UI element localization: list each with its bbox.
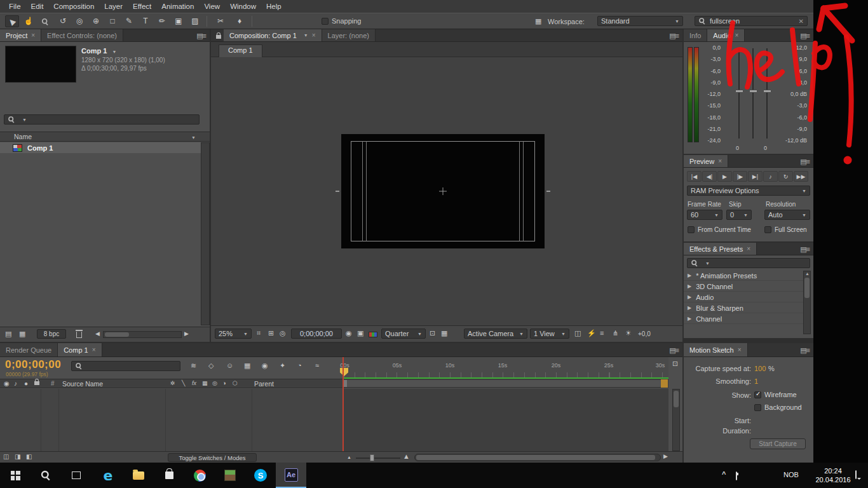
frame-rate-select[interactable]: 60▼ (687, 210, 722, 220)
expand-icon[interactable]: ▶ (688, 273, 691, 278)
eraser-tool-icon[interactable]: ▨ (188, 15, 202, 27)
project-scrollbar[interactable] (201, 142, 210, 325)
play-button[interactable]: ▶ (717, 171, 732, 182)
taskbar-after-effects-button[interactable]: Ae (276, 463, 306, 488)
menu-effect[interactable]: Effect (128, 1, 156, 11)
project-search-input[interactable]: ▼ (4, 114, 200, 125)
brush-tool-icon[interactable]: ✏ (155, 15, 169, 27)
effects-switch-icon[interactable]: fx (192, 380, 196, 386)
chevron-down-icon[interactable]: ▼ (112, 50, 116, 54)
workspace-select[interactable]: Standard▼ (597, 16, 683, 26)
panel-menu-icon[interactable]: ▤≡ (800, 245, 810, 254)
project-item-comp1[interactable]: Comp 1 (0, 142, 201, 153)
panel-menu-icon[interactable]: ▤≡ (196, 32, 206, 40)
resolution-select[interactable]: Quarter▼ (381, 329, 426, 339)
timeline-timecode[interactable]: 0;00;00;00 (5, 358, 61, 371)
collapse-switch-icon[interactable]: ╲ (182, 380, 185, 386)
zoom-select[interactable]: 25%▼ (215, 329, 252, 339)
solo-icon[interactable]: ● (24, 380, 28, 387)
panel-lock-icon[interactable] (211, 29, 224, 41)
channels-icon[interactable] (369, 331, 377, 339)
effects-group-3d-channel[interactable]: ▶3D Channel (684, 281, 804, 292)
region-of-interest-icon[interactable]: ⊡ (430, 329, 435, 337)
column-hash[interactable]: # (51, 380, 55, 387)
task-view-button[interactable] (61, 463, 92, 488)
scroll-up-icon[interactable]: ▲ (805, 271, 810, 276)
tab-info[interactable]: Info (684, 29, 707, 41)
transparency-grid-icon[interactable]: ▦ (441, 329, 447, 337)
adjustment-switch-icon[interactable]: ◑ (222, 380, 226, 386)
tab-layer[interactable]: Layer: (none) (322, 29, 376, 41)
layer-list-area[interactable] (0, 389, 342, 451)
audio-slider-both[interactable] (752, 48, 754, 139)
skip-select[interactable]: 0▼ (726, 210, 752, 220)
rotation-tool-icon[interactable]: ↺ (56, 15, 70, 27)
last-frame-button[interactable]: ▶| (748, 171, 763, 182)
lock-icon[interactable] (34, 378, 39, 386)
menu-help[interactable]: Help (261, 1, 287, 11)
previous-frame-button[interactable]: ◀| (702, 171, 717, 182)
graph-editor-icon[interactable]: ≈ (315, 362, 319, 369)
smoothing-value[interactable]: 1 (754, 377, 758, 385)
first-frame-button[interactable]: |◀ (687, 171, 702, 182)
project-hscrollbar[interactable] (103, 331, 182, 338)
next-frame-button[interactable]: |▶ (733, 171, 747, 182)
mask-visibility-icon[interactable]: ◎ (280, 329, 286, 337)
show-snapshot-icon[interactable]: ▣ (357, 329, 363, 337)
eye-icon[interactable]: ◉ (4, 380, 10, 387)
3d-switch-icon[interactable]: ⬡ (233, 380, 238, 386)
expand-av-pane-icon[interactable]: ◫ (3, 453, 9, 460)
panel-menu-icon[interactable]: ▤≡ (800, 346, 810, 355)
zoom-tool-icon[interactable] (38, 15, 52, 27)
track-area[interactable] (343, 389, 668, 451)
hand-tool-icon[interactable]: ☝ (22, 15, 36, 27)
comp-button-icon[interactable]: ⊡ (672, 360, 678, 368)
taskbar-skype-button[interactable]: S (245, 463, 276, 488)
ram-preview-options-select[interactable]: RAM Preview Options▼ (687, 186, 810, 196)
close-icon[interactable]: × (718, 158, 722, 165)
exposure-icon[interactable]: ☀ (625, 329, 632, 337)
toggle-switches-modes-button[interactable]: Toggle Switches / Modes (168, 453, 257, 462)
brainstorm-icon[interactable]: ✦ (280, 362, 285, 370)
menu-composition[interactable]: Composition (48, 1, 99, 11)
zoom-out-mountain-icon[interactable]: ▲ (347, 455, 351, 459)
start-button[interactable] (0, 463, 31, 488)
camera-select[interactable]: Active Camera▼ (464, 329, 527, 339)
tray-chevron-up-icon[interactable]: ^ (722, 470, 726, 478)
help-search-input[interactable]: fullscreen ✕ (695, 16, 808, 26)
viewer-tab-comp1[interactable]: Comp 1 (219, 44, 262, 57)
taskbar-edge-button[interactable]: e (93, 463, 123, 488)
time-ruler[interactable]: 00s 05s 10s 15s 20s 25s 30s (343, 357, 668, 377)
type-tool-icon[interactable]: T (139, 15, 153, 27)
taskbar-store-button[interactable] (154, 463, 184, 488)
column-source-name[interactable]: Source Name (62, 380, 103, 388)
menu-edit[interactable]: Edit (26, 1, 49, 11)
view-layout-select[interactable]: 1 View▼ (530, 329, 569, 339)
expand-graph-pane-icon[interactable]: ◧ (26, 453, 32, 460)
comp-mini-flowchart-icon[interactable]: ≋ (191, 362, 196, 370)
grid-icon[interactable]: ⊞ (268, 329, 274, 337)
clear-search-icon[interactable]: ✕ (799, 18, 804, 25)
menu-layer[interactable]: Layer (99, 1, 128, 11)
close-icon[interactable]: × (735, 32, 739, 39)
ram-preview-button[interactable]: ▶▶ (794, 171, 808, 182)
capture-speed-value[interactable]: 100 (754, 365, 766, 372)
composition-canvas[interactable] (341, 134, 545, 248)
panel-menu-icon[interactable]: ▤≡ (669, 32, 679, 40)
timeline-zoom-slider[interactable] (356, 458, 400, 459)
close-icon[interactable]: × (31, 32, 35, 39)
start-capture-button[interactable]: Start Capture (750, 438, 806, 449)
tab-motion-sketch[interactable]: Motion Sketch× (684, 343, 748, 356)
tab-timeline-comp1[interactable]: Comp 1× (58, 343, 102, 356)
expand-icon[interactable]: ▶ (688, 316, 691, 322)
timeline-vscrollbar[interactable] (672, 389, 680, 451)
auto-keyframe-icon[interactable]: ◔ (297, 362, 302, 369)
full-screen-checkbox[interactable]: Full Screen (764, 226, 807, 233)
close-icon[interactable]: × (738, 346, 742, 353)
scroll-right-icon[interactable]: ▶ (184, 330, 189, 337)
menu-animation[interactable]: Animation (156, 1, 199, 11)
tab-effects-presets[interactable]: Effects & Presets× (684, 243, 757, 255)
project-list-header[interactable]: Name ▼ (0, 132, 210, 142)
motion-blur-switch-icon[interactable]: ◎ (212, 380, 217, 386)
flowchart-icon[interactable]: ⋔ (613, 329, 618, 337)
